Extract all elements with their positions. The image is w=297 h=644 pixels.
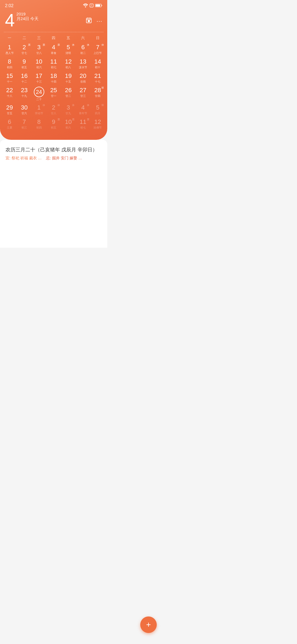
month-number: 4 bbox=[5, 12, 15, 29]
day-number: 5 bbox=[67, 44, 70, 51]
day-cell[interactable]: 20谷雨 bbox=[76, 71, 90, 86]
day-cell[interactable]: 15十一 bbox=[2, 71, 17, 86]
day-sublabel: 廿七 bbox=[21, 51, 27, 55]
day-sublabel: 清明 bbox=[65, 51, 71, 55]
day-cell[interactable]: 29廿五 bbox=[2, 103, 17, 117]
day-cell[interactable]: 休3廿九 bbox=[61, 103, 76, 117]
day-sublabel: 十四 bbox=[51, 80, 56, 84]
day-number: 22 bbox=[6, 87, 13, 94]
day-number: 10 bbox=[65, 118, 72, 125]
day-number: 20 bbox=[80, 72, 86, 80]
day-sublabel: 泼水节 bbox=[79, 66, 87, 69]
day-number: 3 bbox=[37, 44, 40, 51]
day-cell[interactable]: 12浴佛节 bbox=[90, 117, 105, 132]
day-sublabel: 廿八 bbox=[51, 111, 56, 115]
day-cell[interactable]: 30廿六 bbox=[17, 103, 31, 117]
day-cell[interactable]: 25廿一 bbox=[46, 86, 61, 103]
day-sublabel: 廿一 bbox=[51, 94, 56, 98]
day-cell[interactable]: 休2廿八 bbox=[46, 103, 61, 117]
day-sublabel: 廿四 bbox=[95, 94, 100, 98]
day-number: 9 bbox=[23, 58, 26, 65]
day-sublabel: 初七 bbox=[80, 126, 86, 130]
day-cell[interactable]: 休7上巳节 bbox=[90, 43, 105, 57]
day-badge: 休 bbox=[87, 43, 89, 47]
day-cell[interactable]: 24二十 bbox=[32, 86, 46, 103]
day-number: 18 bbox=[50, 72, 57, 80]
day-cell[interactable]: 票11初七 bbox=[76, 117, 90, 132]
day-cell[interactable]: 8初四 bbox=[32, 117, 46, 132]
day-sublabel: 十九 bbox=[21, 94, 27, 98]
day-number: 4 bbox=[52, 44, 55, 51]
day-number: 27 bbox=[80, 87, 86, 94]
day-cell[interactable]: 票10初六 bbox=[61, 117, 76, 132]
day-number: 11 bbox=[50, 58, 57, 65]
lunar-details: 宜: 祭祀 祈福 裁衣 … 忌: 掘井 安门 嫁娶 … bbox=[6, 156, 102, 161]
day-cell[interactable]: 14初十 bbox=[90, 57, 105, 71]
day-sublabel: 廿八 bbox=[36, 51, 42, 55]
weekdays-row: 一二三四五六日 bbox=[0, 34, 107, 42]
day-cell[interactable]: 7初三 bbox=[17, 117, 31, 132]
day-sublabel: 十二 bbox=[21, 80, 27, 84]
day-cell[interactable]: 休6初二 bbox=[76, 43, 90, 57]
day-cell[interactable]: 22十八 bbox=[2, 86, 17, 103]
weekday-label: 四 bbox=[46, 34, 61, 42]
status-time: 2:02 bbox=[5, 3, 13, 8]
day-sublabel: 初四 bbox=[7, 66, 12, 69]
status-icons bbox=[83, 4, 102, 8]
day-sublabel: 浴佛节 bbox=[94, 126, 102, 130]
day-cell[interactable]: 23十九 bbox=[17, 86, 31, 103]
day-cell[interactable]: 16十二 bbox=[17, 71, 31, 86]
day-number: 14 bbox=[94, 58, 101, 65]
calendar-section: 2:02 bbox=[0, 0, 107, 140]
day-number: 10 bbox=[35, 58, 42, 65]
day-cell[interactable]: 班28廿四 bbox=[90, 86, 105, 103]
day-sublabel: 十五 bbox=[65, 80, 71, 84]
day-cell[interactable]: 6立夏 bbox=[2, 117, 17, 132]
day-badge: 票 bbox=[87, 118, 89, 121]
day-cell[interactable]: 18十四 bbox=[46, 71, 61, 86]
day-badge: 票 bbox=[43, 43, 45, 47]
day-cell[interactable]: 票3廿八 bbox=[32, 43, 46, 57]
alert-icon bbox=[90, 4, 94, 8]
day-cell[interactable]: 8初四 bbox=[2, 57, 17, 71]
day-cell[interactable]: 13泼水节 bbox=[76, 57, 90, 71]
day-cell[interactable]: 1愚人节 bbox=[2, 43, 17, 57]
day-sublabel: 廿五 bbox=[7, 111, 12, 115]
day-badge: 休 bbox=[72, 103, 75, 107]
day-cell[interactable]: 17十三 bbox=[32, 71, 46, 86]
day-cell[interactable]: 19十五 bbox=[61, 71, 76, 86]
lunar-ji: 忌: 掘井 安门 嫁娶 … bbox=[46, 156, 82, 161]
date-text: 月24日 今天 bbox=[16, 16, 39, 21]
day-cell[interactable]: 票4寒食 bbox=[46, 43, 61, 57]
weekday-label: 六 bbox=[76, 34, 90, 42]
day-number: 2 bbox=[52, 104, 55, 111]
day-cell[interactable]: 休5清明 bbox=[61, 43, 76, 57]
day-sublabel: 初六 bbox=[36, 66, 42, 69]
day-sublabel: 上巳节 bbox=[94, 51, 102, 55]
day-cell[interactable]: 班5四月 bbox=[90, 103, 105, 117]
day-cell[interactable]: 票9初五 bbox=[46, 117, 61, 132]
weekday-label: 五 bbox=[61, 34, 76, 42]
day-cell[interactable]: 27廿三 bbox=[76, 86, 90, 103]
day-sublabel: 十三 bbox=[36, 80, 42, 84]
calendar-icon[interactable] bbox=[86, 17, 92, 25]
day-cell[interactable]: 休4青年节 bbox=[76, 103, 90, 117]
day-sublabel: 初七 bbox=[51, 66, 56, 69]
more-icon[interactable]: ··· bbox=[97, 18, 102, 25]
day-cell[interactable]: 26廿二 bbox=[61, 86, 76, 103]
header-year-month: 2019 月24日 今天 bbox=[16, 12, 39, 21]
day-number: 15 bbox=[6, 72, 13, 80]
day-cell[interactable]: 休1劳动节 bbox=[32, 103, 46, 117]
day-cell[interactable]: 9初五 bbox=[17, 57, 31, 71]
day-sublabel: 廿三 bbox=[80, 94, 86, 98]
day-sublabel: 廿六 bbox=[21, 111, 27, 115]
day-cell[interactable]: 票2廿七 bbox=[17, 43, 31, 57]
day-sublabel: 初八 bbox=[65, 66, 71, 69]
svg-rect-5 bbox=[96, 4, 100, 7]
day-number: 16 bbox=[21, 72, 28, 80]
day-cell[interactable]: 11初七 bbox=[46, 57, 61, 71]
day-cell[interactable]: 21十七 bbox=[90, 71, 105, 86]
day-cell[interactable]: 10初六 bbox=[32, 57, 46, 71]
day-sublabel: 立夏 bbox=[7, 126, 12, 130]
day-cell[interactable]: 12初八 bbox=[61, 57, 76, 71]
